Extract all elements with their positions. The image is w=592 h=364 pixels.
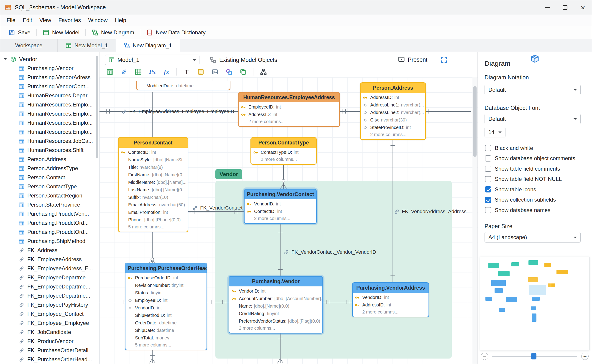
tree-item[interactable]: FK_Employee_Contact [0, 309, 99, 318]
er-field[interactable]: LastName [dbo].[Name](0... [119, 186, 188, 194]
er-field[interactable]: FirstName [dbo].[Name](0... [119, 171, 188, 179]
er-field[interactable]: Name [dbo].[Name](0,0) [229, 302, 322, 310]
relationship-label[interactable]: FK_VendorContact [192, 204, 242, 212]
existing-model-objects[interactable]: Existing Model Objects [210, 56, 277, 63]
er-table[interactable]: ModifiedDate datetime [136, 81, 230, 90]
zoom-out-button[interactable]: − [481, 353, 488, 360]
database-object-font-dropdown[interactable]: Default [485, 114, 581, 124]
parameter-icon[interactable]: Px [148, 68, 156, 76]
tree-item[interactable]: Purchasing.ShipMethod [0, 237, 99, 246]
relationship-label[interactable]: FK_EmployeeAddress_Employee_EmployeeID [121, 107, 234, 116]
tree-item[interactable]: FK_EmployeeDepartme... [0, 282, 99, 291]
more-columns[interactable]: 2 more columns... [229, 325, 322, 333]
er-field[interactable]: Status tinyint [126, 289, 206, 297]
tree-item[interactable]: Purchasing.ProudctOrd... [0, 218, 99, 228]
er-field[interactable]: VendorID int [353, 294, 428, 301]
er-table[interactable]: Purchasing.PurchaseOrderHeader [125, 263, 207, 350]
minimize-button[interactable] [539, 0, 556, 14]
er-field[interactable]: Suffix nvarchar(10) [119, 194, 188, 201]
er-table-header[interactable]: Purchasing.VendorContact [245, 189, 316, 199]
er-field[interactable]: AddressID int [361, 94, 425, 101]
er-table[interactable]: Purchasing.Vendor VendorID [229, 276, 323, 333]
er-field[interactable]: ModifiedDate datetime [137, 82, 230, 90]
fullscreen-button[interactable] [440, 56, 448, 64]
er-field[interactable]: EmailPromotion int [119, 209, 188, 216]
er-field[interactable]: VendorID int [245, 200, 316, 208]
menu-item[interactable]: File [3, 16, 19, 25]
tree-item[interactable]: FK_ProductVendor [0, 337, 99, 346]
duplicate-icon[interactable] [239, 68, 247, 76]
zoom-slider-handle[interactable] [531, 353, 536, 359]
sidebar-scrollbar[interactable] [96, 56, 98, 158]
shape-icon[interactable] [225, 68, 233, 76]
er-field[interactable]: Title nvarchar(8) [119, 163, 188, 171]
er-table-header[interactable]: HumanResources.EmployeeAddress [239, 93, 339, 102]
relationship-icon[interactable] [120, 68, 128, 76]
tree-item[interactable]: Person.StateProvince [0, 200, 99, 209]
paper-size-dropdown[interactable]: A4 (Landscape) [485, 232, 581, 242]
er-field[interactable]: AccountNumber [dbo].[AccountNumber]... [229, 295, 322, 302]
tree-item[interactable]: FK_Address [0, 246, 99, 255]
tree-item[interactable]: HumanResources.Shift [0, 146, 99, 155]
tree-item[interactable]: HumanResources.Emplo... [0, 127, 99, 136]
tree-item[interactable]: Person.Contact [0, 173, 99, 182]
zoom-in-button[interactable]: + [581, 353, 589, 360]
er-field[interactable]: PurchaseOrderID int [126, 274, 206, 282]
tree-item[interactable]: Purchasing.ProudctVen... [0, 209, 99, 218]
er-field[interactable]: AddressID int [239, 111, 339, 118]
font-size-dropdown[interactable]: 14 [485, 127, 506, 137]
er-table-header[interactable]: Purchasing.VendorAddress [353, 283, 428, 293]
tree-item[interactable]: FK_EmployeeAddress_E... [0, 264, 99, 273]
er-field[interactable]: EmployeeID int [239, 103, 339, 111]
text-icon[interactable]: T [183, 68, 191, 76]
er-field[interactable]: ContactTypeID int [251, 149, 316, 156]
er-field[interactable]: NameStyle [dbo].[NameSt... [119, 156, 188, 163]
minimap-viewport[interactable] [519, 269, 551, 297]
er-field[interactable]: StateProvinceID int [361, 124, 425, 131]
er-table[interactable]: Person.Address AddressID [360, 82, 426, 140]
display-option-checkbox[interactable]: Show table icons [478, 184, 592, 195]
diagram-area[interactable]: FK_EmployeeAddress_Employee_EmployeeID F… [100, 77, 478, 364]
tab-workspace[interactable]: Workspace [0, 39, 58, 52]
tree-item[interactable]: Purchasing.Vendor [0, 64, 99, 73]
new-data-dictionary-button[interactable]: New Data Dictionary [143, 28, 208, 37]
menu-item[interactable]: Edit [19, 16, 36, 25]
display-option-checkbox[interactable]: Show collection subfields [478, 195, 592, 205]
present-button[interactable]: Present [398, 56, 427, 63]
tree-item[interactable]: FK_EmployeeDepartme... [0, 273, 99, 282]
er-field[interactable]: AddressID int [353, 301, 428, 309]
relationship-label[interactable]: FK_VendorAddress_Address_ [394, 208, 469, 216]
er-field[interactable]: ShipMethodID int [126, 312, 206, 319]
tree-item[interactable]: FK_Employee_Employee [0, 318, 99, 328]
tree-item[interactable]: FK_EmployeeDepartme... [0, 291, 99, 300]
note-icon[interactable] [197, 68, 205, 76]
menu-item[interactable]: Favorites [55, 16, 85, 25]
save-button[interactable]: Save [6, 28, 33, 37]
menu-item[interactable]: View [36, 16, 55, 25]
more-columns[interactable]: 2 more columns... [361, 131, 425, 139]
close-button[interactable]: × [574, 0, 592, 14]
er-field[interactable]: ContactID int [119, 149, 188, 156]
tree-item[interactable]: FK_JobCandidate [0, 328, 99, 337]
er-field[interactable]: MiddleName [dbo].[Name]... [119, 179, 188, 186]
more-columns[interactable]: 2 more columns... [251, 156, 316, 164]
tree-item[interactable]: Purchasing.VendorCont... [0, 82, 99, 91]
relationship-label[interactable]: FK_VendorContact_Vendor_VendorID [283, 248, 376, 256]
image-icon[interactable] [211, 68, 219, 76]
vendor-group-chip[interactable]: Vendor [215, 169, 242, 179]
grid-icon[interactable] [134, 68, 142, 76]
tree-item[interactable]: Person.AddressType [0, 164, 99, 173]
er-table-header[interactable]: Person.Address [361, 83, 425, 93]
display-option-checkbox[interactable]: Show database object comments [478, 153, 592, 164]
more-columns[interactable]: 5 more columns... [119, 224, 188, 232]
model-selector-dropdown[interactable]: Model_1 [105, 55, 200, 65]
tree-item[interactable]: HumanResources.Depar... [0, 91, 99, 100]
maximize-button[interactable] [556, 0, 574, 14]
table-icon[interactable] [106, 68, 114, 76]
tree-item[interactable]: FK_EmployeeAddress [0, 255, 99, 264]
new-diagram-button[interactable]: New Diagram [89, 28, 137, 37]
tab-new-model-1[interactable]: New Model_1 [58, 39, 116, 52]
display-option-checkbox[interactable]: Black and white [478, 143, 592, 153]
minimap[interactable] [480, 257, 590, 350]
er-field[interactable]: CreditRating tinyint [229, 310, 322, 317]
